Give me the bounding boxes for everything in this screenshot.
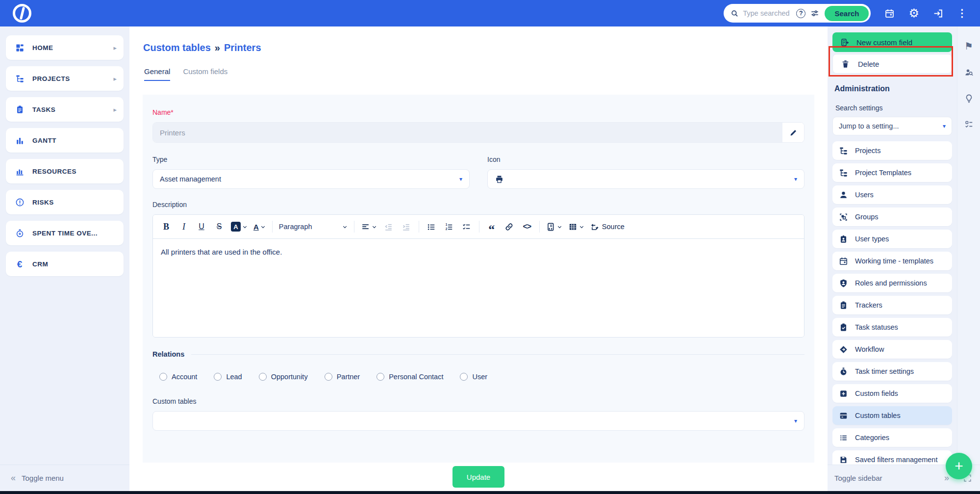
radio-user[interactable]: User: [460, 373, 487, 381]
sidebar-item-projects[interactable]: PROJECTS ▸: [6, 66, 124, 91]
gear-icon[interactable]: ⚙: [908, 7, 919, 19]
tab-general[interactable]: General: [144, 67, 170, 81]
floppy-icon: [838, 455, 848, 465]
caret-down-icon: ▾: [794, 176, 797, 182]
paragraph-style-select[interactable]: Paragraph: [276, 218, 350, 235]
bulleted-list-button[interactable]: [423, 218, 440, 235]
delete-button[interactable]: Delete: [832, 54, 952, 74]
admin-item-task-timer-settings[interactable]: Task timer settings: [832, 362, 952, 381]
sidebar-item-crm[interactable]: € CRM: [6, 252, 124, 276]
sidebar-item-home[interactable]: HOME ▸: [6, 35, 124, 60]
radio-account[interactable]: Account: [159, 373, 197, 381]
admin-item-task-statuses[interactable]: Task statuses: [832, 318, 952, 337]
admin-item-workflow[interactable]: Workflow: [832, 340, 952, 359]
description-text[interactable]: All printers that are used in the office…: [153, 239, 804, 337]
caret-down-icon: ▾: [459, 176, 462, 182]
code-button[interactable]: <>: [519, 218, 535, 235]
edit-name-button[interactable]: [782, 123, 804, 142]
toggle-menu-button[interactable]: « Toggle menu: [0, 465, 129, 491]
admin-item-categories[interactable]: Categories: [832, 428, 952, 447]
radio-lead[interactable]: Lead: [214, 373, 242, 381]
radio-partner[interactable]: Partner: [325, 373, 360, 381]
strikethrough-button[interactable]: S: [211, 218, 227, 235]
relations-radio-group: Account Lead Opportunity Partner Persona…: [159, 373, 804, 381]
admin-item-roles-permissions[interactable]: Roles and permissions: [832, 274, 952, 292]
custom-tables-select[interactable]: ▾: [152, 411, 804, 431]
divider: [191, 354, 804, 355]
flag-icon[interactable]: ⚑: [964, 41, 973, 51]
euro-icon: €: [14, 260, 25, 269]
font-color-button[interactable]: A: [251, 218, 268, 235]
font-background-button[interactable]: A: [228, 218, 250, 235]
insert-template-button[interactable]: [544, 218, 565, 235]
admin-item-user-types[interactable]: User types: [832, 230, 952, 248]
search-filters-icon[interactable]: [810, 9, 819, 18]
source-button[interactable]: Source: [588, 218, 627, 235]
main-content: Custom tables»Printers General Custom fi…: [129, 26, 828, 491]
type-select[interactable]: Asset management ▾: [152, 169, 470, 189]
jump-to-setting-select[interactable]: Jump to a setting... ▾: [832, 117, 952, 135]
icon-select[interactable]: ▾: [487, 169, 804, 189]
kebab-menu-icon[interactable]: ⋮: [957, 7, 967, 19]
insert-table-button[interactable]: [566, 218, 587, 235]
project-tree-icon: [838, 146, 848, 156]
new-custom-field-button[interactable]: New custom field: [832, 32, 952, 52]
sidebar-item-risks[interactable]: RISKS: [6, 190, 124, 214]
chevron-right-icon: ▸: [113, 44, 117, 52]
add-fab-button[interactable]: +: [946, 453, 972, 479]
radio-personal-contact[interactable]: Personal Contact: [377, 373, 443, 381]
numbered-list-button[interactable]: 12: [441, 218, 457, 235]
update-button[interactable]: Update: [452, 466, 504, 488]
calendar-icon[interactable]: [884, 8, 895, 19]
underline-button[interactable]: U: [193, 218, 210, 235]
editor-toolbar: B I U S A A Paragraph 12: [153, 215, 804, 239]
sidebar-item-label: PROJECTS: [32, 75, 70, 82]
svg-text:1: 1: [446, 223, 448, 226]
sidebar-item-gantt[interactable]: GANTT: [6, 128, 124, 153]
admin-item-groups[interactable]: Groups: [832, 208, 952, 226]
breadcrumb-parent-link[interactable]: Custom tables: [143, 42, 211, 53]
name-value[interactable]: Printers: [153, 123, 782, 142]
admin-settings-list: Projects Project Templates Users Groups …: [832, 141, 957, 491]
printer-icon: [495, 175, 504, 184]
bar-chart-icon: [14, 167, 25, 176]
user-shield-icon: [838, 279, 848, 288]
sidebar-item-resources[interactable]: RESOURCES: [6, 159, 124, 183]
help-icon[interactable]: ?: [796, 9, 805, 18]
app-logo[interactable]: [13, 4, 31, 23]
italic-button[interactable]: I: [176, 218, 192, 235]
admin-item-trackers[interactable]: Trackers: [832, 296, 952, 314]
sidebar-item-tasks[interactable]: TASKS ▸: [6, 97, 124, 122]
groups-icon: [838, 212, 848, 222]
project-tree-icon: [14, 74, 25, 83]
outdent-button[interactable]: [380, 218, 397, 235]
checklist-icon[interactable]: [964, 120, 974, 129]
bold-button[interactable]: B: [158, 218, 175, 235]
user-search-icon[interactable]: [964, 68, 974, 77]
lightbulb-icon[interactable]: [964, 94, 974, 103]
admin-item-projects[interactable]: Projects: [832, 141, 952, 160]
admin-item-users[interactable]: Users: [832, 185, 952, 204]
admin-item-working-time-templates[interactable]: Working time - templates: [832, 252, 952, 270]
indent-button[interactable]: [398, 218, 415, 235]
radio-icon: [214, 373, 222, 381]
radio-icon: [377, 373, 384, 381]
exit-icon[interactable]: [933, 8, 943, 19]
link-button[interactable]: [501, 218, 518, 235]
admin-item-custom-tables[interactable]: Custom tables: [832, 406, 952, 425]
alignment-button[interactable]: [358, 218, 379, 235]
blockquote-button[interactable]: “: [483, 218, 500, 235]
administration-heading: Administration: [834, 84, 957, 93]
dashboard-icon: [14, 43, 25, 52]
todo-list-button[interactable]: [458, 218, 475, 235]
search-button[interactable]: Search: [825, 6, 869, 21]
search-input[interactable]: [739, 9, 794, 17]
admin-item-custom-fields[interactable]: Custom fields: [832, 384, 952, 403]
tab-custom-fields[interactable]: Custom fields: [183, 67, 227, 81]
radio-opportunity[interactable]: Opportunity: [259, 373, 308, 381]
sidebar-item-label: SPENT TIME OVE...: [32, 230, 98, 237]
breadcrumb-separator: »: [215, 42, 220, 53]
table-icon: [838, 411, 848, 420]
admin-item-project-templates[interactable]: Project Templates: [832, 163, 952, 182]
sidebar-item-spent-time[interactable]: SPENT TIME OVE...: [6, 221, 124, 245]
